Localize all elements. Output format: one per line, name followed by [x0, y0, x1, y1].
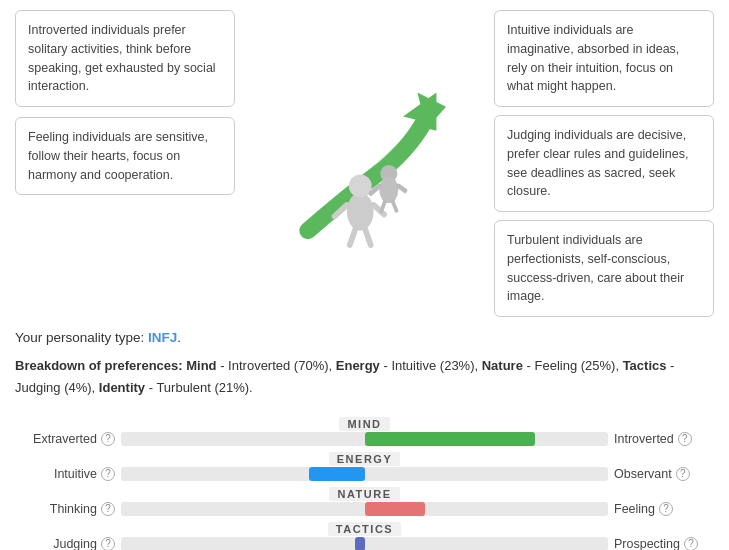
energy-left-help-icon[interactable]: ? [101, 467, 115, 481]
right-info-boxes: Intuitive individuals are imaginative, a… [494, 10, 714, 317]
energy-left-label-container: Intuitive ? [15, 467, 115, 481]
judging-info-text: Judging individuals are decisive, prefer… [507, 128, 688, 198]
energy-trait-row: Intuitive ? Observant ? [15, 467, 714, 481]
mind-right-help-icon[interactable]: ? [678, 432, 692, 446]
nature-category-row: NATURE [15, 487, 714, 501]
svg-line-7 [365, 228, 371, 244]
personality-type-link[interactable]: INFJ [148, 330, 177, 345]
svg-line-6 [349, 228, 355, 244]
tactics-trait-row: Judging ? Prospecting ? [15, 537, 714, 550]
tactics-category-label: TACTICS [328, 522, 401, 536]
trait-bars-section: MIND Extraverted ? Introverted ? ENERGY … [15, 413, 714, 550]
nature-trait-row: Thinking ? Feeling ? [15, 502, 714, 516]
nature-left-label-container: Thinking ? [15, 502, 115, 516]
intuitive-info-box: Intuitive individuals are imaginative, a… [494, 10, 714, 107]
type-suffix: . [177, 330, 181, 345]
mind-category-label: MIND [339, 417, 389, 431]
center-illustration [245, 10, 484, 317]
energy-category-row: ENERGY [15, 452, 714, 466]
mind-left-label: Extraverted [33, 432, 97, 446]
mind-right-label: Introverted [614, 432, 674, 446]
introverted-info-box: Introverted individuals prefer solitary … [15, 10, 235, 107]
tactics-left-help-icon[interactable]: ? [101, 537, 115, 550]
mind-trait-row: Extraverted ? Introverted ? [15, 432, 714, 446]
energy-left-label: Intuitive [54, 467, 97, 481]
svg-line-13 [392, 201, 396, 211]
nature-bar-fill [365, 502, 426, 516]
tactics-right-label-container: Prospecting ? [614, 537, 714, 550]
nature-bar-container [121, 502, 608, 516]
energy-bar-fill [309, 467, 365, 481]
main-container: Introverted individuals prefer solitary … [0, 0, 729, 550]
tactics-bar-container [121, 537, 608, 550]
turbulent-info-text: Turbulent individuals are perfectionists… [507, 233, 684, 303]
tactics-left-label-container: Judging ? [15, 537, 115, 550]
tactics-right-label: Prospecting [614, 537, 680, 550]
mind-left-label-container: Extraverted ? [15, 432, 115, 446]
svg-point-2 [346, 192, 373, 230]
result-label: Your personality type: [15, 330, 148, 345]
tactics-category-row: TACTICS [15, 522, 714, 536]
mind-right-label-container: Introverted ? [614, 432, 714, 446]
turbulent-info-box: Turbulent individuals are perfectionists… [494, 220, 714, 317]
top-section: Introverted individuals prefer solitary … [15, 10, 714, 317]
nature-right-help-icon[interactable]: ? [659, 502, 673, 516]
intuitive-info-text: Intuitive individuals are imaginative, a… [507, 23, 679, 93]
energy-right-label: Observant [614, 467, 672, 481]
tactics-left-label: Judging [53, 537, 97, 550]
nature-left-label: Thinking [50, 502, 97, 516]
svg-point-9 [379, 176, 398, 203]
personality-illustration [265, 64, 465, 264]
personality-result: Your personality type: INFJ. [15, 327, 714, 349]
mind-category-row: MIND [15, 417, 714, 431]
energy-right-help-icon[interactable]: ? [676, 467, 690, 481]
feeling-info-text: Feeling individuals are sensitive, follo… [28, 130, 208, 182]
tactics-bar-fill [355, 537, 365, 550]
svg-line-12 [381, 201, 385, 211]
mind-bar-container [121, 432, 608, 446]
nature-category-label: NATURE [329, 487, 399, 501]
energy-bar-container [121, 467, 608, 481]
feeling-info-box: Feeling individuals are sensitive, follo… [15, 117, 235, 195]
left-info-boxes: Introverted individuals prefer solitary … [15, 10, 235, 317]
energy-category-label: ENERGY [329, 452, 400, 466]
nature-right-label-container: Feeling ? [614, 502, 714, 516]
tactics-right-help-icon[interactable]: ? [684, 537, 698, 550]
breakdown-label: Breakdown of preferences: Mind - Introve… [15, 358, 674, 395]
energy-right-label-container: Observant ? [614, 467, 714, 481]
mind-bar-fill [365, 432, 535, 446]
svg-point-3 [348, 174, 371, 197]
breakdown-text: Breakdown of preferences: Mind - Introve… [15, 355, 714, 399]
mind-left-help-icon[interactable]: ? [101, 432, 115, 446]
svg-line-11 [398, 185, 405, 190]
nature-right-label: Feeling [614, 502, 655, 516]
nature-left-help-icon[interactable]: ? [101, 502, 115, 516]
judging-info-box: Judging individuals are decisive, prefer… [494, 115, 714, 212]
introverted-info-text: Introverted individuals prefer solitary … [28, 23, 216, 93]
